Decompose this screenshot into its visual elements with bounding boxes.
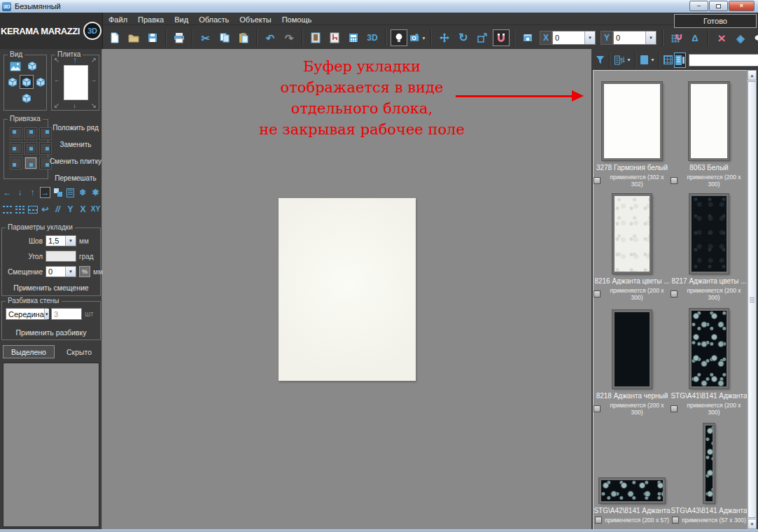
scale-button[interactable] bbox=[474, 29, 491, 46]
magnet-button[interactable] bbox=[493, 29, 510, 46]
apply-offset-button[interactable]: Применить смещение bbox=[2, 284, 100, 292]
percent-toggle-button[interactable]: % bbox=[79, 266, 90, 277]
tile-thumbnail[interactable] bbox=[599, 478, 665, 503]
view-cube-right-button[interactable] bbox=[34, 75, 48, 89]
clone-button[interactable] bbox=[52, 187, 63, 198]
direction-ne-icon[interactable]: ↗ bbox=[91, 57, 97, 64]
snap-center-button[interactable] bbox=[25, 143, 36, 154]
snap-left-button[interactable] bbox=[10, 143, 22, 154]
view-2d-button[interactable] bbox=[8, 59, 22, 74]
apply-checkbox[interactable] bbox=[594, 290, 601, 298]
calculator-button[interactable] bbox=[345, 29, 362, 46]
snapshot-button[interactable]: ▼ bbox=[409, 29, 426, 46]
tile-thumbnail[interactable] bbox=[689, 82, 729, 160]
direction-se-icon[interactable]: ↘ bbox=[91, 102, 97, 109]
apply-checkbox[interactable] bbox=[595, 517, 602, 524]
y-mirror-button[interactable]: Y bbox=[65, 204, 76, 215]
direction-right-icon[interactable]: → bbox=[90, 76, 97, 83]
tile-thumbnail[interactable] bbox=[703, 424, 715, 503]
restore-button[interactable] bbox=[709, 1, 728, 11]
direction-sw-icon[interactable]: ↙ bbox=[54, 102, 59, 109]
undo-button[interactable]: ↶ bbox=[262, 29, 279, 46]
shift-left-button[interactable]: ← bbox=[2, 187, 13, 198]
xy-mirror-button[interactable]: XY bbox=[90, 204, 101, 215]
seam-dropdown-icon[interactable]: ▼ bbox=[65, 236, 76, 246]
paste-button[interactable] bbox=[235, 29, 252, 46]
menu-objects[interactable]: Объекты bbox=[239, 15, 271, 24]
x-coordinate-combo[interactable]: 0 ▼ bbox=[552, 31, 596, 45]
return-button[interactable]: ↩ bbox=[40, 204, 50, 215]
scroll-down-button[interactable]: ▼ bbox=[748, 519, 757, 529]
freeze-button[interactable]: ❄ bbox=[78, 187, 88, 198]
change-tile-button[interactable]: Сменить плитку bbox=[51, 155, 100, 167]
cut-button[interactable]: ✂ bbox=[197, 29, 214, 46]
tile-thumbnail[interactable] bbox=[602, 82, 662, 160]
print-button[interactable] bbox=[171, 29, 188, 46]
seam-combo[interactable]: 1,5 ▼ bbox=[45, 235, 76, 246]
view-cube-bottom-button[interactable] bbox=[20, 91, 34, 105]
furniture-button[interactable] bbox=[326, 29, 343, 46]
apply-checkbox[interactable] bbox=[671, 405, 678, 412]
tile-thumbnail[interactable] bbox=[612, 194, 652, 274]
lay-row-button[interactable]: Положить ряд bbox=[51, 122, 100, 134]
workspace-canvas[interactable]: Буфер укладки отображается в виде отдель… bbox=[103, 49, 591, 532]
menu-help[interactable]: Помощь bbox=[282, 15, 312, 24]
shuffle-button[interactable]: Перемешать bbox=[51, 172, 100, 184]
split-mode-combo[interactable]: Середина ▼ bbox=[6, 308, 48, 320]
menu-view[interactable]: Вид bbox=[174, 15, 188, 24]
tile-thumbnail[interactable] bbox=[689, 194, 729, 274]
split-count-input[interactable]: 3 bbox=[51, 308, 82, 320]
view-cube-top-button[interactable] bbox=[25, 59, 39, 73]
ready-button[interactable]: Готово bbox=[674, 14, 757, 28]
rotate-button[interactable]: ↻ bbox=[455, 29, 472, 46]
menu-edit[interactable]: Правка bbox=[138, 15, 164, 24]
y-coordinate-combo[interactable]: 0 ▼ bbox=[613, 31, 657, 45]
workspace-tile[interactable] bbox=[279, 198, 416, 381]
replace-button[interactable]: Заменить bbox=[51, 139, 100, 150]
view-cube-left-button[interactable] bbox=[6, 75, 20, 89]
snap-bottom-left-button[interactable] bbox=[10, 158, 22, 169]
move-button[interactable] bbox=[436, 29, 453, 46]
apply-split-button[interactable]: Применить разбивку bbox=[2, 328, 100, 337]
direction-up-icon[interactable]: ↑ bbox=[73, 56, 77, 64]
menu-file[interactable]: Файл bbox=[108, 15, 127, 24]
parallel-button[interactable]: // bbox=[52, 204, 63, 215]
apply-checkbox[interactable] bbox=[671, 290, 678, 298]
snap-right-button[interactable] bbox=[40, 143, 51, 154]
direction-down-icon[interactable]: ↓ bbox=[73, 102, 76, 109]
x-dropdown-icon[interactable]: ▼ bbox=[584, 31, 595, 44]
angle-input[interactable] bbox=[45, 251, 76, 262]
tile-list-scrollbar[interactable]: ▲ ▼ bbox=[747, 70, 757, 529]
buffer-view-button[interactable] bbox=[674, 52, 686, 68]
scroll-up-button[interactable]: ▲ bbox=[748, 70, 757, 80]
diamond-button[interactable]: ◈ bbox=[732, 29, 749, 46]
apply-checkbox[interactable] bbox=[594, 405, 601, 412]
layout-ruler-button[interactable] bbox=[519, 29, 536, 46]
delta-button[interactable]: Δ bbox=[687, 29, 703, 46]
tab-hidden[interactable]: Скрыто bbox=[59, 345, 99, 358]
visibility-button[interactable] bbox=[751, 29, 758, 46]
scroll-thumb[interactable] bbox=[748, 81, 757, 518]
delete-button[interactable]: × bbox=[713, 29, 730, 46]
tab-selected[interactable]: Выделено bbox=[3, 345, 55, 358]
view-cube-front-button[interactable] bbox=[20, 75, 34, 89]
offset-dropdown-icon[interactable]: ▼ bbox=[65, 267, 76, 276]
filter-button[interactable] bbox=[595, 52, 605, 68]
copy-button[interactable] bbox=[216, 29, 233, 46]
new-file-button[interactable] bbox=[106, 29, 123, 46]
shift-down-button[interactable]: ↓ bbox=[15, 187, 25, 198]
tile-thumbnail[interactable] bbox=[689, 309, 729, 388]
grid-snap-button[interactable] bbox=[668, 29, 685, 46]
display-mode-button[interactable]: ▼ bbox=[640, 52, 655, 68]
door-panel-button[interactable] bbox=[307, 29, 324, 46]
snap-top-left-button[interactable] bbox=[10, 128, 22, 139]
snap-top-button[interactable] bbox=[25, 128, 36, 139]
shift-up-button[interactable]: ↑ bbox=[27, 187, 38, 198]
row-layout-button[interactable] bbox=[2, 204, 13, 215]
menu-area[interactable]: Область bbox=[199, 15, 229, 24]
snap-top-right-button[interactable] bbox=[40, 128, 51, 139]
x-mirror-button[interactable]: X bbox=[78, 204, 88, 215]
y-dropdown-icon[interactable]: ▼ bbox=[645, 31, 656, 44]
grid-view-button[interactable] bbox=[664, 52, 673, 68]
close-button[interactable]: × bbox=[729, 1, 755, 11]
